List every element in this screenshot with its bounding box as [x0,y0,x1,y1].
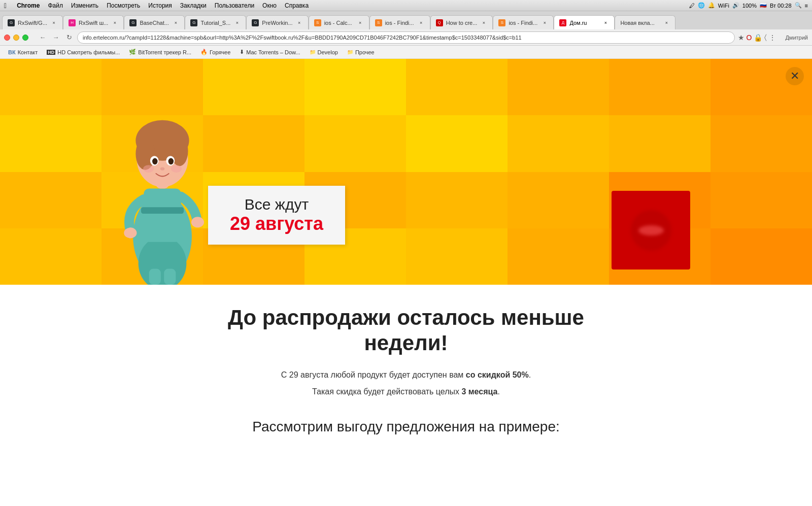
tab-label-5: ios - Calc... [324,20,354,26]
svg-point-7 [136,138,155,170]
tab-favicon-2: G [129,19,137,26]
tab-close-5[interactable]: × [357,19,364,26]
svg-point-11 [152,158,158,165]
tab-1[interactable]: H RxSwift ш... × [63,15,124,29]
tab-close-1[interactable]: × [111,19,118,26]
shield-icon[interactable]: 🔒 [754,33,762,42]
bookmark-other-folder[interactable]: 📁 Прочее [343,48,379,56]
tab-0[interactable]: G RxSwift/G... × [2,15,63,29]
bookmark-label-4: Mac Torrents – Dow... [246,49,300,55]
menu-dots-icon[interactable]: ⋮ [769,33,776,42]
tab-2[interactable]: G BaseChat... × [124,15,185,29]
bookmark-4[interactable]: ⬇ Mac Torrents – Dow... [235,48,304,56]
banner-logo [612,191,690,269]
menubar-window[interactable]: Окно [262,2,277,9]
reload-button[interactable]: ↻ [64,32,74,43]
bookmark-label-5: Develop [318,49,338,55]
banner-sign: Все ждут 29 августа [208,186,345,245]
tab-5[interactable]: S ios - Calc... × [309,15,369,29]
tab-close-6[interactable]: × [418,19,425,26]
address-bar: ← → ↻ info.ertelecom.ru/?campId=11228&ma… [0,29,812,46]
folder-icon-develop: 📁 [310,49,316,55]
tab-7[interactable]: Q How to cre... × [430,15,493,29]
svg-rect-3 [141,207,184,214]
bookmark-3[interactable]: 🔥 Горячее [196,48,234,56]
tab-close-4[interactable]: × [296,19,303,26]
url-text: info.ertelecom.ru/?campId=11228&machine=… [83,35,522,41]
tab-9-domru[interactable]: Д Дом.ru × [554,15,615,29]
svg-point-17 [191,217,204,227]
back-button[interactable]: ← [38,32,48,43]
banner-close-button[interactable]: ✕ [786,67,804,85]
url-input[interactable]: info.ertelecom.ru/?campId=11228&machine=… [77,31,735,44]
svg-point-15 [171,165,182,173]
tab-label-0: RxSwift/G... [18,20,47,26]
menubar-wifi-icon: WiFi [718,3,729,9]
svg-point-14 [143,165,154,173]
bookmark-1[interactable]: HD HD Смотреть фильмы... [43,48,124,56]
tab-3[interactable]: G Tutorial_S... × [185,15,246,29]
bookmark-develop-folder[interactable]: 📁 Develop [306,48,342,56]
tab-label-new: Новая вкла... [620,20,660,26]
menubar-edit[interactable]: Изменить [71,2,98,9]
menubar-help[interactable]: Справка [285,2,309,9]
tabs-bar: G RxSwift/G... × H RxSwift ш... × G Base… [0,11,812,29]
menubar-flag-icon: 🇷🇺 [760,2,767,9]
svg-point-16 [124,227,137,238]
apple-menu[interactable]:  [4,2,7,10]
tab-favicon-1: H [69,19,76,26]
menubar-menu-icon[interactable]: ≡ [805,3,808,9]
character-svg [107,82,218,285]
traffic-lights [4,35,28,41]
tab-favicon-6: S [375,19,382,26]
torrent-icon: 🌿 [129,49,136,55]
tab-label-4: PreWorkin... [262,20,292,26]
tab-favicon-9: Д [559,19,566,26]
tab-close-0[interactable]: × [50,19,57,26]
extension-icon[interactable]: 〈 [764,33,767,42]
tab-label-2: BaseChat... [140,20,169,26]
tab-favicon-4: G [252,19,259,26]
tab-favicon-8: S [498,19,505,26]
menubar-feather-icon: 🖊 [689,3,695,9]
bookmark-star-icon[interactable]: ★ [738,33,745,42]
tab-close-3[interactable]: × [233,19,241,26]
forward-button[interactable]: → [51,32,61,43]
tab-close-2[interactable]: × [172,19,179,26]
menubar-bookmarks[interactable]: Закладки [180,2,207,9]
tab-label-9: Дом.ru [569,20,599,26]
tab-close-8[interactable]: × [541,19,548,26]
tab-new[interactable]: Новая вкла... × [615,15,675,29]
tab-6[interactable]: S ios - Findi... × [369,15,430,29]
section-heading: Рассмотрим выгоду предложения на примере… [188,419,624,435]
close-button[interactable] [4,35,10,41]
svg-rect-2 [144,189,181,242]
content-area: Все ждут 29 августа ✕ До распродажи оста… [0,59,812,506]
tab-label-7: How to cre... [446,20,478,26]
maximize-button[interactable] [22,35,28,41]
opera-icon[interactable]: O [747,33,752,42]
tab-favicon-5: S [314,19,321,26]
sub-text-1-bold: со скидкой 50% [466,370,529,379]
minimize-button[interactable] [13,35,19,41]
bookmarks-bar: ВК Контакт HD HD Смотреть фильмы... 🌿 Bi… [0,46,812,59]
bookmark-vk[interactable]: ВК Контакт [4,48,42,56]
tab-4[interactable]: G PreWorkin... × [246,15,308,29]
menubar-view[interactable]: Посмотреть [107,2,140,9]
tab-close-new[interactable]: × [663,19,670,26]
bookmark-2[interactable]: 🌿 BitTorrent трекер R... [125,48,195,56]
svg-rect-19 [164,268,176,285]
tab-close-9[interactable]: × [602,19,609,26]
menubar-profiles[interactable]: Пользователи [215,2,254,9]
hot-icon: 🔥 [200,49,208,55]
tab-8[interactable]: S ios - Findi... × [493,15,554,29]
menubar-search-icon[interactable]: 🔍 [795,2,802,9]
hd-icon: HD [47,50,55,55]
menubar-history[interactable]: История [148,2,172,9]
page-content: До распродажи осталось меньше недели! С … [178,285,634,455]
bookmark-label-1: HD Смотреть фильмы... [57,49,120,55]
menubar-file[interactable]: Файл [48,2,63,9]
sub-text-2-end: . [497,387,499,396]
tab-close-7[interactable]: × [480,19,487,26]
menubar-chrome[interactable]: Chrome [17,2,40,9]
